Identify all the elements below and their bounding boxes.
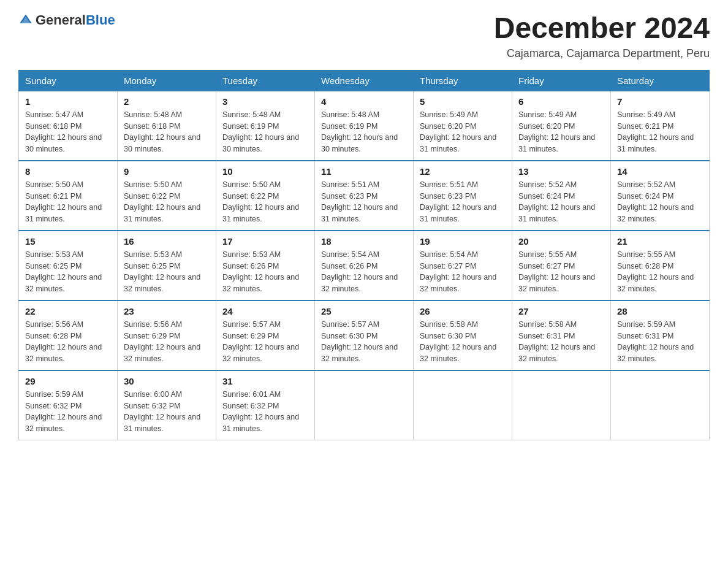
- calendar-table: Sunday Monday Tuesday Wednesday Thursday…: [18, 70, 710, 440]
- day-number: 23: [124, 306, 210, 316]
- table-row: 13 Sunrise: 5:52 AM Sunset: 6:24 PM Dayl…: [512, 161, 611, 231]
- day-number: 31: [222, 376, 308, 386]
- day-info: Sunrise: 5:59 AM Sunset: 6:31 PM Dayligh…: [617, 319, 703, 365]
- table-row: 2 Sunrise: 5:48 AM Sunset: 6:18 PM Dayli…: [118, 91, 216, 161]
- day-number: 4: [321, 96, 407, 107]
- title-block: December 2024 Cajamarca, Cajamarca Depar…: [494, 12, 710, 60]
- day-number: 18: [321, 236, 407, 247]
- table-row: [512, 370, 611, 440]
- day-number: 11: [321, 166, 407, 177]
- day-number: 29: [25, 376, 111, 386]
- table-row: 23 Sunrise: 5:56 AM Sunset: 6:29 PM Dayl…: [118, 301, 216, 370]
- table-row: 11 Sunrise: 5:51 AM Sunset: 6:23 PM Dayl…: [315, 161, 414, 231]
- day-number: 17: [222, 236, 308, 247]
- table-row: 12 Sunrise: 5:51 AM Sunset: 6:23 PM Dayl…: [414, 161, 512, 231]
- table-row: 7 Sunrise: 5:49 AM Sunset: 6:21 PM Dayli…: [611, 91, 710, 161]
- month-title: December 2024: [494, 12, 710, 45]
- table-row: 6 Sunrise: 5:49 AM Sunset: 6:20 PM Dayli…: [512, 91, 611, 161]
- page-header: GeneralBlue December 2024 Cajamarca, Caj…: [18, 12, 710, 60]
- calendar-week-row: 15 Sunrise: 5:53 AM Sunset: 6:25 PM Dayl…: [19, 231, 710, 301]
- day-info: Sunrise: 5:56 AM Sunset: 6:28 PM Dayligh…: [25, 319, 111, 365]
- table-row: 29 Sunrise: 5:59 AM Sunset: 6:32 PM Dayl…: [19, 370, 118, 440]
- table-row: 20 Sunrise: 5:55 AM Sunset: 6:27 PM Dayl…: [512, 231, 611, 301]
- table-row: 22 Sunrise: 5:56 AM Sunset: 6:28 PM Dayl…: [19, 301, 118, 370]
- day-info: Sunrise: 5:48 AM Sunset: 6:19 PM Dayligh…: [222, 109, 308, 155]
- day-info: Sunrise: 5:53 AM Sunset: 6:26 PM Dayligh…: [222, 249, 308, 295]
- table-row: 8 Sunrise: 5:50 AM Sunset: 6:21 PM Dayli…: [19, 161, 118, 231]
- day-number: 30: [124, 376, 210, 386]
- logo-text-blue: Blue: [86, 12, 115, 28]
- day-number: 26: [420, 306, 506, 316]
- calendar-week-row: 29 Sunrise: 5:59 AM Sunset: 6:32 PM Dayl…: [19, 370, 710, 440]
- day-info: Sunrise: 5:47 AM Sunset: 6:18 PM Dayligh…: [25, 109, 111, 155]
- day-info: Sunrise: 5:49 AM Sunset: 6:20 PM Dayligh…: [518, 109, 604, 155]
- table-row: [611, 370, 710, 440]
- day-number: 15: [25, 236, 111, 247]
- table-row: 30 Sunrise: 6:00 AM Sunset: 6:32 PM Dayl…: [118, 370, 216, 440]
- day-info: Sunrise: 5:58 AM Sunset: 6:31 PM Dayligh…: [518, 319, 604, 365]
- table-row: 28 Sunrise: 5:59 AM Sunset: 6:31 PM Dayl…: [611, 301, 710, 370]
- table-row: 19 Sunrise: 5:54 AM Sunset: 6:27 PM Dayl…: [414, 231, 512, 301]
- day-info: Sunrise: 5:55 AM Sunset: 6:28 PM Dayligh…: [617, 249, 703, 295]
- calendar-week-row: 1 Sunrise: 5:47 AM Sunset: 6:18 PM Dayli…: [19, 91, 710, 161]
- day-number: 16: [124, 236, 210, 247]
- day-number: 14: [617, 166, 703, 177]
- calendar-week-row: 22 Sunrise: 5:56 AM Sunset: 6:28 PM Dayl…: [19, 301, 710, 370]
- header-wednesday: Wednesday: [315, 70, 414, 91]
- logo-text-general: General: [36, 12, 86, 28]
- day-number: 6: [518, 96, 604, 107]
- day-info: Sunrise: 5:51 AM Sunset: 6:23 PM Dayligh…: [321, 179, 407, 225]
- day-info: Sunrise: 5:50 AM Sunset: 6:22 PM Dayligh…: [222, 179, 308, 225]
- location-subtitle: Cajamarca, Cajamarca Department, Peru: [494, 47, 710, 60]
- table-row: 24 Sunrise: 5:57 AM Sunset: 6:29 PM Dayl…: [216, 301, 315, 370]
- day-info: Sunrise: 5:58 AM Sunset: 6:30 PM Dayligh…: [420, 319, 506, 365]
- day-info: Sunrise: 5:54 AM Sunset: 6:27 PM Dayligh…: [420, 249, 506, 295]
- day-number: 7: [617, 96, 703, 107]
- table-row: 1 Sunrise: 5:47 AM Sunset: 6:18 PM Dayli…: [19, 91, 118, 161]
- table-row: 31 Sunrise: 6:01 AM Sunset: 6:32 PM Dayl…: [216, 370, 315, 440]
- day-info: Sunrise: 5:52 AM Sunset: 6:24 PM Dayligh…: [518, 179, 604, 225]
- day-number: 27: [518, 306, 604, 316]
- day-info: Sunrise: 5:53 AM Sunset: 6:25 PM Dayligh…: [124, 249, 210, 295]
- day-info: Sunrise: 5:48 AM Sunset: 6:18 PM Dayligh…: [124, 109, 210, 155]
- day-number: 12: [420, 166, 506, 177]
- day-info: Sunrise: 5:54 AM Sunset: 6:26 PM Dayligh…: [321, 249, 407, 295]
- day-info: Sunrise: 5:49 AM Sunset: 6:20 PM Dayligh…: [420, 109, 506, 155]
- day-number: 20: [518, 236, 604, 247]
- day-info: Sunrise: 5:57 AM Sunset: 6:30 PM Dayligh…: [321, 319, 407, 365]
- table-row: 26 Sunrise: 5:58 AM Sunset: 6:30 PM Dayl…: [414, 301, 512, 370]
- header-saturday: Saturday: [611, 70, 710, 91]
- day-info: Sunrise: 6:01 AM Sunset: 6:32 PM Dayligh…: [222, 389, 308, 435]
- table-row: 3 Sunrise: 5:48 AM Sunset: 6:19 PM Dayli…: [216, 91, 315, 161]
- table-row: 4 Sunrise: 5:48 AM Sunset: 6:19 PM Dayli…: [315, 91, 414, 161]
- table-row: 25 Sunrise: 5:57 AM Sunset: 6:30 PM Dayl…: [315, 301, 414, 370]
- header-friday: Friday: [512, 70, 611, 91]
- table-row: 9 Sunrise: 5:50 AM Sunset: 6:22 PM Dayli…: [118, 161, 216, 231]
- day-number: 19: [420, 236, 506, 247]
- day-info: Sunrise: 5:55 AM Sunset: 6:27 PM Dayligh…: [518, 249, 604, 295]
- day-number: 25: [321, 306, 407, 316]
- table-row: 17 Sunrise: 5:53 AM Sunset: 6:26 PM Dayl…: [216, 231, 315, 301]
- day-info: Sunrise: 5:51 AM Sunset: 6:23 PM Dayligh…: [420, 179, 506, 225]
- logo-icon: [18, 13, 33, 28]
- day-info: Sunrise: 5:53 AM Sunset: 6:25 PM Dayligh…: [25, 249, 111, 295]
- table-row: 15 Sunrise: 5:53 AM Sunset: 6:25 PM Dayl…: [19, 231, 118, 301]
- table-row: 21 Sunrise: 5:55 AM Sunset: 6:28 PM Dayl…: [611, 231, 710, 301]
- day-info: Sunrise: 5:49 AM Sunset: 6:21 PM Dayligh…: [617, 109, 703, 155]
- day-info: Sunrise: 5:59 AM Sunset: 6:32 PM Dayligh…: [25, 389, 111, 435]
- logo: GeneralBlue: [18, 12, 115, 28]
- day-info: Sunrise: 5:50 AM Sunset: 6:22 PM Dayligh…: [124, 179, 210, 225]
- day-info: Sunrise: 5:57 AM Sunset: 6:29 PM Dayligh…: [222, 319, 308, 365]
- calendar-header-row: Sunday Monday Tuesday Wednesday Thursday…: [19, 70, 710, 91]
- table-row: 18 Sunrise: 5:54 AM Sunset: 6:26 PM Dayl…: [315, 231, 414, 301]
- day-number: 13: [518, 166, 604, 177]
- day-number: 5: [420, 96, 506, 107]
- day-number: 8: [25, 166, 111, 177]
- day-number: 28: [617, 306, 703, 316]
- header-tuesday: Tuesday: [216, 70, 315, 91]
- day-number: 10: [222, 166, 308, 177]
- table-row: 10 Sunrise: 5:50 AM Sunset: 6:22 PM Dayl…: [216, 161, 315, 231]
- table-row: [414, 370, 512, 440]
- header-sunday: Sunday: [19, 70, 118, 91]
- day-info: Sunrise: 5:52 AM Sunset: 6:24 PM Dayligh…: [617, 179, 703, 225]
